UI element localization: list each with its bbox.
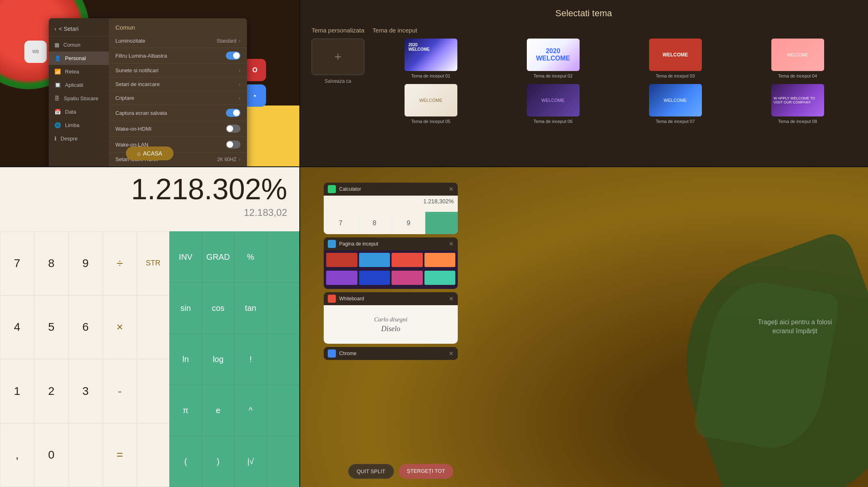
calc-btn-mul[interactable]: × [103,295,137,360]
sidebar-item-limba[interactable]: 🌐 Limba [49,119,109,132]
theme-label-07: Tema de inceput 07 [656,119,695,124]
whiteboard-task-icon [328,295,336,303]
calc-preview-value: 1.218,302% [423,198,454,205]
custom-section-title: Tema personalizata [312,27,364,34]
calc-btn-5[interactable]: 5 [34,295,68,360]
theme-card-07[interactable]: WELCOME Tema de inceput 07 [617,84,734,124]
calc-btn-comma[interactable]: , [0,423,34,487]
split-screen-quadrant: Calculator ✕ 1.218,302% 7 8 9 Pagina d [299,166,868,487]
wake-hdmi-row[interactable]: Wake-on-HDMI [109,121,247,137]
home-button[interactable]: ⌂ ACASA [126,147,174,160]
calc-btn-ln[interactable]: ln [169,334,202,385]
calc-btn-tan[interactable]: tan [234,282,267,334]
calc-btn-sub[interactable]: - [103,359,137,423]
calc-btn-lparen[interactable]: ( [169,436,202,487]
theme-thumb-08: W APPLY WELCOME TO VISIT OUR COMPANY [771,84,824,116]
task-card-chrome[interactable]: Chrome ✕ [324,347,458,360]
theme-card-05[interactable]: WELCOME Tema de inceput 05 [372,84,489,124]
calculator-task-icon [328,185,336,193]
chrome-app-icon: ● [244,84,266,107]
calculator-preview: 1.218,302% 7 8 9 [324,196,458,234]
calc-btn-rparen[interactable]: ) [202,436,234,487]
calculator-sub-value: 12.183,02 [12,207,287,218]
criptare-row[interactable]: Criptare › [109,91,247,105]
calc-btn-div[interactable]: ÷ [103,231,137,295]
calc-btn-9[interactable]: 9 [69,231,103,295]
despre-icon: ℹ [54,136,56,142]
theme-card-06[interactable]: WELCOME Tema de inceput 06 [495,84,611,124]
theme-card-02[interactable]: 2020WELCOME Tema de inceput 02 [495,39,611,78]
wake-lan-toggle[interactable] [226,140,240,149]
luminozitate-value: Standard [216,38,236,44]
calc-btn-4[interactable]: 4 [0,295,34,360]
calc-btn-cos[interactable]: cos [202,282,234,334]
luminozitate-row[interactable]: Luminozitate Standard › [109,34,247,48]
str-buttons: STR [137,231,169,487]
whiteboard-close-button[interactable]: ✕ [449,295,454,302]
theme-card-01[interactable]: 2020WELCOME Tema de inceput 01 [372,39,489,78]
delete-all-button[interactable]: ȘTERGEȚI TOT [399,464,453,479]
sidebar-item-personal[interactable]: 👤 Personal [49,52,109,65]
sidebar-item-aplicatii[interactable]: 🔲 Aplicatii [49,78,109,92]
pagina-close-button[interactable]: ✕ [449,241,454,247]
filtru-lumina-row[interactable]: Filtru Lumina-Albastra [109,48,247,64]
wake-hdmi-toggle[interactable] [226,125,240,133]
sunete-row[interactable]: Sunete si notificari › [109,64,247,78]
calc-btn-8[interactable]: 8 [34,231,68,295]
calc-btn-1[interactable]: 1 [0,359,34,423]
calc-btn-sin[interactable]: sin [169,282,202,334]
calc-btn-inv[interactable]: INV [169,231,202,282]
task-switcher: Calculator ✕ 1.218,302% 7 8 9 Pagina d [324,183,458,360]
page-thumb-6 [359,271,390,285]
sidebar-item-comun[interactable]: ▦ Comun [49,38,109,52]
sidebar-item-spatiu[interactable]: 🗄 Spatiu Stocare [49,92,109,105]
calc-btn-3[interactable]: 3 [69,359,103,423]
calc-btn-sqrt[interactable]: |√ [234,436,267,487]
quit-split-label: QUIT SPLIT [357,468,385,474]
task-card-pagina[interactable]: Pagina de inceput ✕ [324,237,458,289]
sidebar-item-data[interactable]: 📅 Data [49,105,109,119]
calc-btn-eq[interactable]: = [103,423,137,487]
calc-btn-factorial[interactable]: ! [234,334,267,385]
calc-btn-7[interactable]: 7 [0,231,34,295]
split-action-buttons: QUIT SPLIT ȘTERGEȚI TOT [348,464,453,479]
criptare-label: Criptare [115,95,239,101]
setari-incarcare-arrow: › [239,82,240,87]
task-card-whiteboard[interactable]: Whiteboard ✕ Carlo disegni Diselo [324,292,458,344]
chrome-close-button[interactable]: ✕ [449,350,454,357]
page-thumb-3 [392,253,423,267]
filtru-lumina-toggle[interactable] [226,52,240,60]
calc-btn-str[interactable]: STR [137,231,169,295]
captura-ecran-label: Captura ecran salvata [115,110,226,116]
task-header-calculator: Calculator ✕ [324,183,458,196]
sidebar-item-retea[interactable]: 📶 Retea [49,65,109,78]
calc-btn-percent[interactable]: % [234,231,267,282]
quit-split-button[interactable]: QUIT SPLIT [348,464,394,479]
calc-btn-pi[interactable]: π [169,385,202,436]
calc-btn-6[interactable]: 6 [69,295,103,360]
theme-card-03[interactable]: WELCOME Tema de inceput 03 [617,39,734,78]
personal-icon: 👤 [54,55,61,61]
calc-btn-e[interactable]: e [202,385,234,436]
sidebar-item-despre[interactable]: ℹ Despre [49,132,109,145]
settings-back-button[interactable]: ‹ < Setari [49,22,109,37]
calc-btn-0[interactable]: 0 [34,423,68,487]
task-card-calculator[interactable]: Calculator ✕ 1.218,302% 7 8 9 [324,183,458,234]
calculator-close-button[interactable]: ✕ [449,186,454,192]
theme-quadrant: Selectati tema Tema personalizata + Salv… [299,0,868,166]
captura-ecran-row[interactable]: Captura ecran salvata [109,105,247,121]
calc-btn-grad[interactable]: GRAD [202,231,234,282]
theme-card-08[interactable]: W APPLY WELCOME TO VISIT OUR COMPANY Tem… [739,84,856,124]
theme-thumb-01: 2020WELCOME [405,39,457,71]
add-theme-button[interactable]: + [312,39,364,75]
calc-btn-log[interactable]: log [202,334,234,385]
setari-incarcare-row[interactable]: Setari de incarcare › [109,78,247,91]
setari-hdmi-arrow: › [239,157,240,162]
themes-grid-row1: 2020WELCOME Tema de inceput 01 2020WELCO… [372,39,856,78]
luminozitate-label: Luminozitate [115,38,216,44]
captura-ecran-toggle[interactable] [226,109,240,117]
theme-card-04[interactable]: WELCOME Tema de inceput 04 [739,39,856,78]
calc-btn-power[interactable]: ^ [234,385,267,436]
calc-btn-2[interactable]: 2 [34,359,68,423]
calculator-buttons-container: 7 8 9 ÷ 4 5 6 × 1 2 3 - , 0 = STR [0,231,299,487]
